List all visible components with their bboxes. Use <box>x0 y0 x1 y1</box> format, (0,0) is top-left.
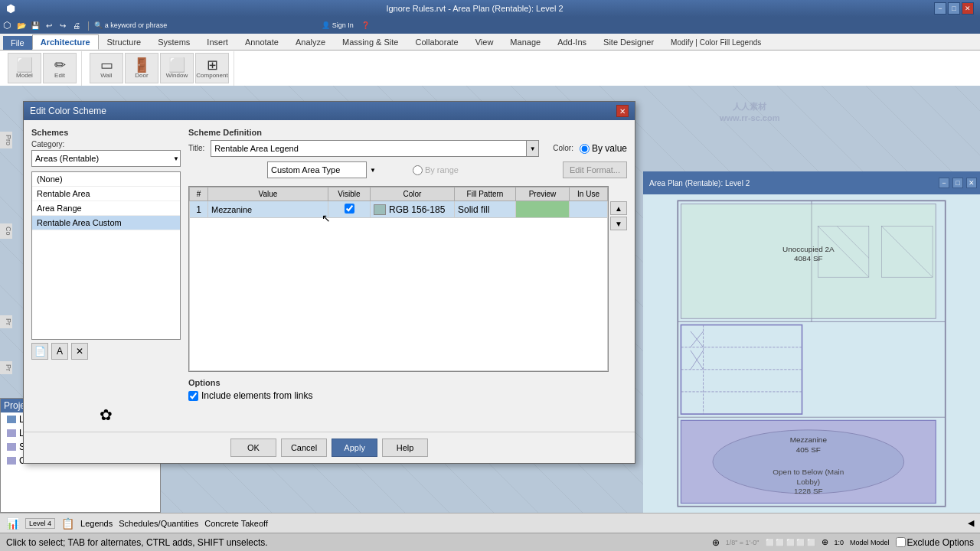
by-value-radio[interactable] <box>580 144 590 154</box>
table-row[interactable]: 1 <box>190 201 608 218</box>
tab-analyze[interactable]: Analyze <box>287 34 334 50</box>
minimize-button[interactable]: − <box>934 2 946 15</box>
color-type-select[interactable]: Custom Area Type <box>267 161 367 178</box>
text-scheme-button[interactable]: A <box>51 343 68 360</box>
tab-structure[interactable]: Structure <box>99 34 150 50</box>
title-field-wrapper: ▼ <box>211 140 539 157</box>
table-side-controls <box>610 183 627 372</box>
wall-button[interactable]: ▭ Wall <box>90 53 123 83</box>
tab-view[interactable]: View <box>467 34 502 50</box>
svg-text:4084 SF: 4084 SF <box>794 254 823 262</box>
include-elements-checkbox[interactable] <box>188 391 198 401</box>
tab-architecture[interactable]: Architecture <box>32 34 99 50</box>
tab-file[interactable]: File <box>3 36 32 50</box>
schemes-list[interactable]: (None) Rentable Area Area Range Rentable… <box>31 171 181 340</box>
fp-min-btn[interactable]: − <box>939 178 949 188</box>
redo-button[interactable]: ↪ <box>57 19 69 31</box>
edit-format-button[interactable]: Edit Format... <box>563 161 627 178</box>
row-value[interactable] <box>208 201 328 218</box>
title-dropdown-btn[interactable]: ▼ <box>527 140 539 157</box>
status-bar-bottom: Click to select; TAB for alternates, CTR… <box>0 533 980 551</box>
row-num: 1 <box>190 201 208 218</box>
empty-cell <box>190 218 608 371</box>
app-icon: ⬢ <box>6 2 15 15</box>
scheme-item-rentable[interactable]: Rentable Area <box>32 187 180 201</box>
include-elements-row[interactable]: Include elements from links <box>188 390 627 401</box>
title-input[interactable] <box>211 140 527 157</box>
row-color[interactable]: RGB 156-185 <box>371 201 455 218</box>
category-select[interactable]: Areas (Rentable) <box>31 150 181 167</box>
select-icon: ⬜ <box>16 58 33 72</box>
undo-button[interactable]: ↩ <box>43 19 55 31</box>
help-icon[interactable]: ❓ <box>361 21 370 29</box>
empty-row <box>190 218 608 371</box>
tab-site-designer[interactable]: Site Designer <box>595 34 662 50</box>
close-button[interactable]: ✕ <box>962 2 974 15</box>
maximize-button[interactable]: □ <box>948 2 960 15</box>
color-select-wrapper: Custom Area Type ▼ <box>267 161 376 178</box>
cancel-button[interactable]: Cancel <box>281 439 327 457</box>
select-button[interactable]: ⬜ Model <box>8 53 41 83</box>
edit-color-scheme-dialog: Edit Color Scheme ✕ Schemes Category: Ar… <box>23 101 635 464</box>
add-scheme-button[interactable]: 📄 <box>31 343 48 360</box>
sign-in[interactable]: 👤 Sign In <box>322 21 354 29</box>
level4-button[interactable]: Level 4 <box>25 518 55 529</box>
door-button[interactable]: 🚪 Door <box>125 53 158 83</box>
help-button[interactable]: Help <box>382 439 428 457</box>
exclude-options-checkbox[interactable] <box>896 537 906 547</box>
row-visible[interactable] <box>328 201 371 218</box>
tab-collaborate[interactable]: Collaborate <box>407 34 466 50</box>
fp-max-btn[interactable]: □ <box>952 178 963 188</box>
by-range-option[interactable]: By range <box>413 165 459 175</box>
scheme-item-none[interactable]: (None) <box>32 172 180 187</box>
level-icon <box>7 416 16 423</box>
open-button[interactable]: 📂 <box>15 19 28 31</box>
scheme-item-range[interactable]: Area Range <box>32 201 180 216</box>
exclude-options-label[interactable]: Exclude Options <box>896 537 974 548</box>
text-icon: A <box>57 346 63 357</box>
left-sidebar-pr: Pr <box>0 315 12 328</box>
dialog-footer: OK Cancel Apply Help <box>24 432 635 463</box>
value-input[interactable] <box>211 205 325 214</box>
save-button[interactable]: 💾 <box>29 19 41 31</box>
modify-button[interactable]: ✏ Edit <box>43 53 77 83</box>
include-elements-label: Include elements from links <box>201 390 312 401</box>
by-range-label: By range <box>425 165 459 174</box>
scheme-item-custom[interactable]: Rentable Area Custom <box>32 216 180 230</box>
ok-button[interactable]: OK <box>230 439 276 457</box>
delete-scheme-button[interactable]: ✕ <box>71 343 88 360</box>
svg-text:Unoccupied 2A: Unoccupied 2A <box>782 245 835 253</box>
col-num: # <box>190 187 208 201</box>
row-in-use <box>570 201 608 218</box>
print-button[interactable]: 🖨 <box>70 19 83 31</box>
component-button[interactable]: ⊞ Component <box>195 53 229 83</box>
row-fill-pattern[interactable]: Solid fill <box>455 201 516 218</box>
by-range-radio[interactable] <box>413 165 423 175</box>
schemes-section-label: Schemes <box>31 128 181 137</box>
by-value-option[interactable]: By value <box>580 143 627 154</box>
cursor-icon: ⊕ <box>712 537 720 548</box>
move-up-button[interactable] <box>610 201 627 215</box>
tab-manage[interactable]: Manage <box>501 34 549 50</box>
window-button[interactable]: ⬜ Window <box>160 53 194 83</box>
dialog-close-button[interactable]: ✕ <box>616 105 629 117</box>
visible-checkbox[interactable] <box>345 204 354 214</box>
tab-addins[interactable]: Add-Ins <box>549 34 595 50</box>
row-preview <box>516 201 570 218</box>
color-swatch <box>374 204 386 215</box>
fp-close-btn[interactable]: ✕ <box>966 178 977 188</box>
bottom-nav-label: ◀ <box>968 518 974 528</box>
tab-modify[interactable]: Modify | Color Fill Legends <box>662 35 769 50</box>
tab-annotate[interactable]: Annotate <box>237 34 287 50</box>
tab-systems[interactable]: Systems <box>149 34 198 50</box>
col-preview: Preview <box>516 187 570 201</box>
move-down-button[interactable] <box>610 217 627 230</box>
tab-massing[interactable]: Massing & Site <box>334 34 407 50</box>
tab-insert[interactable]: Insert <box>198 34 237 50</box>
color-radio-group: By value <box>580 143 627 154</box>
delete-icon: ✕ <box>76 346 83 357</box>
scheme-def-label: Scheme Definition <box>188 128 627 137</box>
apply-button[interactable]: Apply <box>332 439 377 457</box>
dialog-columns: Schemes Category: Areas (Rentable) ▼ (No… <box>31 128 627 424</box>
fp-header-label: Area Plan (Rentable): Level 2 <box>646 179 936 187</box>
